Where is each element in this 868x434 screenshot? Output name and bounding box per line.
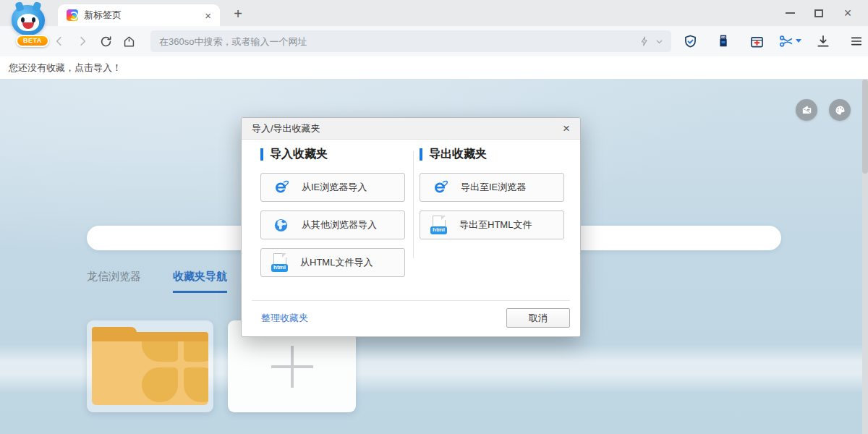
beta-badge: BETA bbox=[16, 35, 49, 47]
organize-bookmarks-link[interactable]: 整理收藏夹 bbox=[261, 312, 308, 325]
window-close-icon: × bbox=[844, 7, 852, 20]
footer-divider bbox=[252, 300, 570, 301]
bookmark-import-notice[interactable]: 您还没有收藏，点击导入！ bbox=[9, 61, 122, 75]
globe-icon bbox=[271, 216, 290, 234]
chevron-left-icon bbox=[53, 35, 66, 48]
window-controls: × bbox=[775, 0, 862, 26]
mail-icon bbox=[801, 104, 813, 116]
new-tab-button[interactable]: + bbox=[229, 6, 247, 23]
address-input[interactable] bbox=[150, 30, 639, 52]
theme-button[interactable] bbox=[829, 99, 851, 121]
lightning-icon bbox=[639, 35, 650, 47]
plus-icon bbox=[271, 346, 313, 388]
minimize-icon bbox=[786, 12, 795, 14]
column-divider bbox=[413, 151, 414, 258]
tab-title: 新标签页 bbox=[84, 9, 202, 22]
export-section-heading: 导出收藏夹 bbox=[420, 147, 487, 162]
first-aid-kit-button[interactable] bbox=[745, 30, 768, 53]
page-scrollbar[interactable] bbox=[862, 80, 868, 434]
minimize-button[interactable] bbox=[775, 0, 804, 26]
maximize-button[interactable] bbox=[804, 0, 833, 26]
back-button[interactable] bbox=[48, 30, 71, 53]
security-shield-button[interactable] bbox=[678, 30, 702, 53]
palette-icon bbox=[834, 104, 846, 116]
maximize-icon bbox=[814, 9, 823, 17]
import-from-ie-button[interactable]: 从IE浏览器导入 bbox=[260, 173, 405, 202]
bookmark-folder-tile[interactable] bbox=[87, 320, 213, 412]
mascot-logo[interactable]: BETA bbox=[7, 4, 51, 51]
forward-button[interactable] bbox=[71, 30, 94, 53]
tab-favicon-icon bbox=[67, 9, 78, 21]
scrollbar-thumb[interactable] bbox=[862, 80, 868, 174]
navigation-toolbar bbox=[0, 26, 868, 56]
html-file-icon: html bbox=[271, 253, 289, 272]
home-button[interactable] bbox=[117, 30, 140, 53]
import-from-html-button[interactable]: html 从HTML文件导入 bbox=[260, 248, 405, 277]
quick-launch-button[interactable] bbox=[639, 35, 671, 47]
address-bar[interactable] bbox=[150, 30, 671, 52]
feedback-button[interactable] bbox=[796, 99, 817, 121]
tab-bar: BETA 新标签页 × + × bbox=[0, 0, 868, 26]
import-section-heading: 导入收藏夹 bbox=[260, 147, 328, 162]
scissors-dropdown-icon bbox=[796, 39, 801, 43]
usb-drive-icon bbox=[716, 34, 731, 48]
home-icon bbox=[122, 35, 136, 48]
screenshot-button[interactable] bbox=[778, 33, 801, 49]
tab-new-page[interactable]: 新标签页 × bbox=[58, 4, 220, 26]
html-file-icon: html bbox=[430, 216, 448, 234]
import-from-other-browser-button[interactable]: 从其他浏览器导入 bbox=[260, 210, 405, 239]
refresh-button[interactable] bbox=[94, 30, 117, 53]
accent-bar bbox=[260, 148, 263, 161]
accent-bar bbox=[420, 148, 422, 161]
export-to-ie-button[interactable]: 导出至IE浏览器 bbox=[420, 173, 564, 202]
clover-pattern bbox=[142, 341, 208, 402]
cancel-button[interactable]: 取消 bbox=[506, 308, 570, 328]
tab-favorites-nav[interactable]: 收藏夹导航 bbox=[173, 270, 227, 293]
mascot-head-icon bbox=[12, 5, 45, 35]
first-aid-kit-icon bbox=[749, 34, 765, 49]
bookmark-bar: 您还没有收藏，点击导入！ bbox=[0, 56, 868, 80]
usb-drive-button[interactable] bbox=[712, 30, 735, 53]
new-tab-page: 龙信浏览器 收藏夹导航 导入/导出收藏夹 × bbox=[0, 80, 868, 434]
window-close-button[interactable]: × bbox=[833, 0, 862, 26]
menu-icon bbox=[849, 34, 864, 48]
tab-close-icon[interactable]: × bbox=[202, 9, 214, 22]
shield-check-icon bbox=[683, 34, 698, 49]
ie-icon bbox=[430, 178, 449, 197]
chevron-right-icon bbox=[76, 35, 89, 48]
menu-button[interactable] bbox=[845, 30, 868, 53]
refresh-icon bbox=[99, 35, 113, 48]
tab-longxin-browser[interactable]: 龙信浏览器 bbox=[87, 270, 141, 293]
scissors-icon bbox=[778, 33, 794, 49]
page-nav-tabs: 龙信浏览器 收藏夹导航 bbox=[87, 270, 227, 293]
download-icon bbox=[816, 34, 830, 48]
download-button[interactable] bbox=[812, 30, 835, 53]
ie-icon bbox=[271, 178, 290, 197]
import-export-dialog: 导入/导出收藏夹 × 导入收藏夹 导出收藏夹 从IE浏览器导入 bbox=[241, 117, 581, 337]
dialog-close-icon[interactable]: × bbox=[560, 122, 573, 135]
browser-window: BETA 新标签页 × + × bbox=[0, 0, 868, 434]
chevron-down-icon bbox=[655, 37, 664, 46]
dialog-title: 导入/导出收藏夹 bbox=[252, 122, 560, 135]
folder-icon bbox=[92, 327, 208, 405]
export-to-html-button[interactable]: html 导出至HTML文件 bbox=[420, 210, 564, 239]
dialog-titlebar: 导入/导出收藏夹 × bbox=[242, 118, 580, 140]
